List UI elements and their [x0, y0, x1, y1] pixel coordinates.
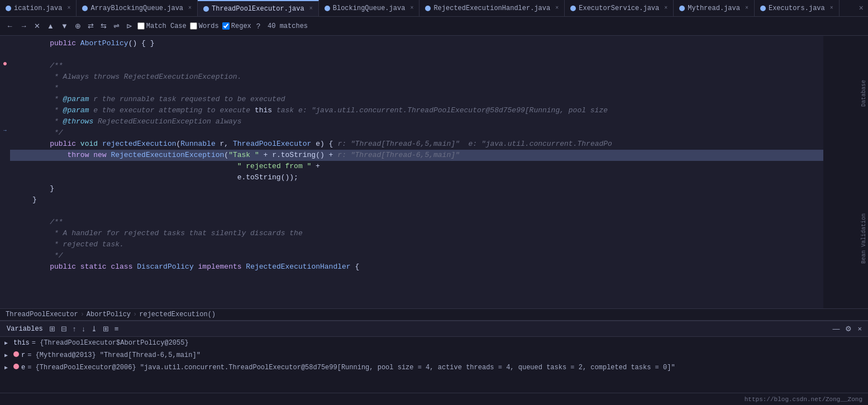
tab-close[interactable]: ×	[188, 5, 192, 11]
tab-label: ExecutorService.java	[579, 4, 659, 12]
tab-rejectedhandler[interactable]: RejectedExecutionHandler.java ×	[419, 0, 565, 16]
breadcrumb: ThreadPoolExecutor › AbortPolicy › rejec…	[0, 308, 868, 321]
move-up-button[interactable]: ▲	[45, 21, 56, 31]
filter-button3[interactable]: ⇌	[112, 21, 121, 31]
help-button[interactable]: ?	[255, 21, 262, 31]
nav-forward-button[interactable]: →	[18, 21, 29, 31]
current-line-icon: →	[0, 125, 10, 136]
var-expand-this[interactable]: ▶	[4, 340, 11, 346]
tab-icon	[570, 6, 576, 11]
breakpoint-icon[interactable]: ●	[0, 58, 10, 69]
code-editor[interactable]: public AbortPolicy() { } /** * Always th…	[10, 36, 823, 308]
match-case-text: Match Case	[146, 22, 187, 30]
tab-close[interactable]: ×	[745, 5, 748, 11]
code-line: * @param r the runnable task requested t…	[10, 94, 823, 105]
var-name-this: this	[13, 339, 30, 347]
debug-down-button[interactable]: ↓	[80, 323, 87, 334]
tab-close[interactable]: ×	[555, 5, 559, 11]
left-gutter: ● →	[0, 36, 10, 308]
match-case-checkbox[interactable]	[137, 22, 145, 30]
tab-icon	[6, 6, 11, 11]
main-area: ● → public AbortPolicy() { } /*	[0, 36, 868, 308]
code-line: */	[10, 127, 823, 139]
code-line: " rejected from " +	[10, 161, 823, 172]
tab-bar: ication.java × ArrayBlockingQueue.java ×…	[0, 0, 868, 17]
words-label[interactable]: Words	[190, 22, 219, 30]
var-dot-e	[13, 364, 19, 369]
var-expand-r[interactable]: ▶	[4, 352, 11, 359]
tab-close[interactable]: ×	[830, 5, 833, 11]
tab-icon	[325, 6, 330, 11]
breadcrumb-part2[interactable]: AbortPolicy	[87, 311, 131, 318]
match-case-label[interactable]: Match Case	[137, 22, 187, 30]
debug-table-button[interactable]: ⊞	[101, 323, 111, 334]
nav-back-button[interactable]: ←	[4, 21, 15, 31]
breadcrumb-part3[interactable]: rejectedExecution()	[139, 311, 216, 318]
debug-minimize-button[interactable]: —	[831, 323, 841, 334]
debug-up-button[interactable]: ↑	[71, 323, 78, 334]
tab-icon	[82, 6, 88, 11]
code-line	[10, 206, 823, 217]
tab-close[interactable]: ×	[664, 5, 667, 11]
tab-label: ArrayBlockingQueue.java	[90, 4, 183, 12]
tab-close[interactable]: ×	[309, 6, 313, 12]
debug-down2-button[interactable]: ⤓	[89, 323, 99, 334]
var-value-this: = {ThreadPoolExecutor$AbortPolicy@2055}	[32, 339, 189, 347]
var-value-r: = {Mythread@2013} "Thread[Thread-6,5,mai…	[27, 351, 201, 359]
tab-label: Mythread.java	[688, 4, 740, 12]
bean-validation-label: Bean Validation	[861, 213, 867, 264]
code-line: * @throws RejectedExecutionException alw…	[10, 116, 823, 127]
code-line	[10, 49, 823, 60]
tab-blockingq[interactable]: BlockingQueue.java ×	[319, 0, 420, 16]
filter-button4[interactable]: ⊳	[125, 21, 134, 31]
debug-collapse-button[interactable]: ⊟	[59, 323, 69, 334]
debug-settings-button[interactable]: ⚙	[843, 323, 853, 334]
breadcrumb-part1[interactable]: ThreadPoolExecutor	[6, 311, 78, 318]
code-line: * rejected task.	[10, 239, 823, 250]
debug-close-button[interactable]: ×	[856, 323, 864, 334]
right-side-panel: Database Bean Validation	[823, 36, 868, 308]
tab-ication[interactable]: ication.java ×	[0, 0, 77, 16]
debug-expand-button[interactable]: ⊞	[47, 323, 57, 334]
tab-mythread[interactable]: Mythread.java ×	[674, 0, 755, 16]
regex-text: Regex	[231, 22, 251, 30]
tab-label: ication.java	[14, 4, 62, 12]
filter-button2[interactable]: ⇆	[99, 21, 108, 31]
code-line: * @param e the executor attempting to ex…	[10, 105, 823, 116]
tab-icon	[425, 6, 431, 11]
gutter-icon-3	[0, 69, 10, 80]
highlighted-code-line: throw new RejectedExecutionException("Ta…	[10, 150, 823, 161]
code-line: /**	[10, 60, 823, 72]
tab-close[interactable]: ×	[410, 5, 413, 11]
var-name-e: e	[21, 364, 25, 371]
code-line: * A handler for rejected tasks that sile…	[10, 228, 823, 239]
tab-executors[interactable]: Executors.java ×	[755, 0, 840, 16]
filter-button1[interactable]: ⇄	[86, 21, 96, 31]
window-close-button[interactable]: ×	[855, 0, 868, 16]
tab-threadpool[interactable]: ThreadPoolExecutor.java ×	[198, 0, 319, 16]
words-text: Words	[199, 22, 219, 30]
code-line: e.toString());	[10, 172, 823, 183]
var-expand-e[interactable]: ▶	[4, 364, 11, 371]
tab-label: Executors.java	[769, 4, 825, 12]
move-down-button[interactable]: ▼	[59, 21, 70, 31]
variable-this: ▶ this = {ThreadPoolExecutor$AbortPolicy…	[4, 338, 864, 350]
tab-close[interactable]: ×	[67, 5, 70, 11]
gutter-icon-4	[0, 80, 10, 92]
breadcrumb-sep2: ›	[133, 311, 137, 318]
close-search-button[interactable]: ✕	[32, 21, 42, 31]
zoom-button[interactable]: ⊕	[73, 21, 83, 31]
debug-panel: Variables ⊞ ⊟ ↑ ↓ ⤓ ⊞ ≡ — ⚙ × ▶ this = {…	[0, 321, 868, 393]
gutter-icon-2	[0, 47, 10, 58]
debug-list-button[interactable]: ≡	[113, 323, 121, 334]
regex-checkbox[interactable]	[222, 22, 230, 30]
regex-label[interactable]: Regex	[222, 22, 251, 30]
tab-arraybq[interactable]: ArrayBlockingQueue.java ×	[77, 0, 198, 16]
tab-executorservice[interactable]: ExecutorService.java ×	[565, 0, 674, 16]
tab-label: BlockingQueue.java	[333, 4, 406, 12]
tab-label: ThreadPoolExecutor.java	[212, 5, 304, 13]
tab-icon	[760, 6, 766, 11]
gutter-icon-7	[0, 114, 10, 125]
var-value-e: = {ThreadPoolExecutor@2006} "java.util.c…	[27, 364, 675, 371]
words-checkbox[interactable]	[190, 22, 197, 30]
